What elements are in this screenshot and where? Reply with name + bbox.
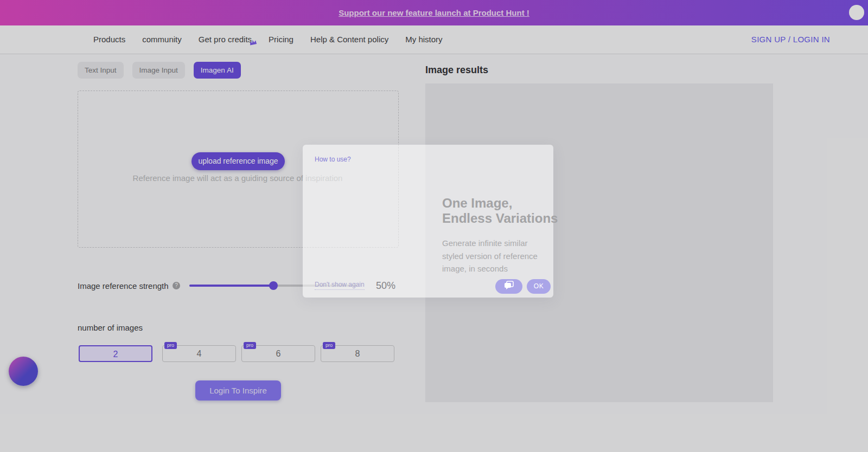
modal-title: One Image, Endless Variations [442, 196, 561, 226]
feedback-button[interactable] [495, 279, 522, 294]
app-root: Support our new feature launch at Produc… [0, 0, 868, 452]
ok-button[interactable]: OK [527, 279, 551, 294]
modal-description: Generate infinite similar styled version… [442, 237, 550, 275]
how-to-use-modal: How to use? One Image, Endless Variation… [303, 145, 553, 298]
dont-show-again-link[interactable]: Don't show again [315, 281, 365, 290]
chat-bubbles-icon [503, 281, 514, 292]
how-to-use-link[interactable]: How to use? [315, 156, 351, 163]
strength-value-label: 50% [376, 280, 395, 292]
